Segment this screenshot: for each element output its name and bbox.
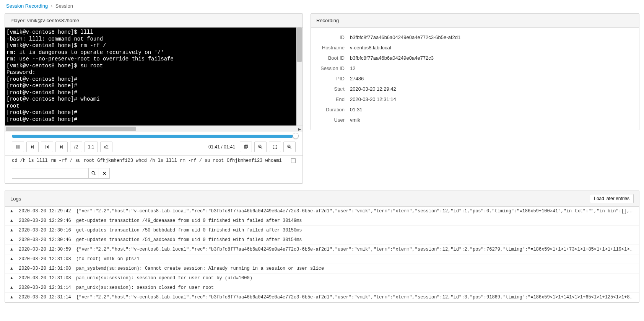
pause-button[interactable] [12, 142, 24, 152]
log-row[interactable]: ▲2020-03-20 12:29:46get-updates transact… [5, 216, 639, 226]
label-sessionid: Session ID [318, 65, 345, 71]
skip-to-end-button[interactable] [55, 142, 68, 152]
recording-title: Recording [311, 14, 639, 28]
playback-handle[interactable] [293, 133, 299, 139]
terminal-scrollbar-vertical[interactable] [296, 28, 302, 125]
terminal-line: rm: use --no-preserve-root to override t… [7, 56, 301, 63]
terminal-line: root [7, 103, 301, 110]
logs-list: ▲2020-03-20 12:29:42{"ver":"2.2","host":… [5, 207, 639, 302]
log-row[interactable]: ▲2020-03-20 12:30:16get-updates transact… [5, 226, 639, 235]
warning-icon: ▲ [10, 295, 16, 300]
label-end: End [318, 96, 345, 102]
timeline-end-marker [291, 158, 296, 163]
log-timestamp: 2020-03-20 12:31:08 [19, 275, 76, 281]
log-row[interactable]: ▲2020-03-20 12:30:59{"ver":"2.2","host":… [5, 245, 639, 254]
log-row[interactable]: ▲2020-03-20 12:31:14pam_unix(su:session)… [5, 283, 639, 293]
terminal-line: [vmik@v-centos8 home]$ rm -rf / [7, 42, 301, 49]
terminal-line: [root@v-centos8 home]# [7, 90, 301, 96]
log-message: pam_unix(su:session): session closed for… [76, 285, 634, 290]
player-controls: /2 1:1 x2 01:41 / 01:41 [5, 140, 302, 155]
half-speed-button[interactable]: /2 [70, 142, 82, 152]
terminal-line: [root@v-centos8 home]# [7, 116, 301, 123]
log-message: (to root) vmik on pts/1 [76, 256, 634, 262]
warning-icon: ▲ [10, 266, 16, 271]
warning-icon: ▲ [10, 276, 16, 280]
terminal-line: -bash: llll: command not found [7, 36, 301, 43]
playback-progress[interactable] [12, 135, 296, 138]
log-timestamp: 2020-03-20 12:31:08 [19, 256, 76, 262]
breadcrumb: Session Recording › Session [5, 3, 639, 9]
log-row[interactable]: ▲2020-03-20 12:30:46get-updates transact… [5, 235, 639, 245]
log-timestamp: 2020-03-20 12:30:59 [19, 247, 76, 252]
search-input[interactable] [12, 168, 88, 179]
skip-to-start-button[interactable] [41, 142, 53, 152]
logs-title: Logs [10, 196, 21, 202]
terminal-output: [vmik@v-centos8 home]$ llll-bash: llll: … [5, 28, 302, 125]
label-hostname: Hostname [318, 45, 345, 51]
log-row[interactable]: ▲2020-03-20 12:31:08pam_unix(su:session)… [5, 274, 639, 283]
log-timestamp: 2020-03-20 12:30:16 [19, 228, 76, 233]
terminal-line: [root@v-centos8 home]# [7, 83, 301, 90]
log-message: {"ver":"2.2","host":"v-centos8.lab.local… [76, 209, 634, 214]
log-timestamp: 2020-03-20 12:29:46 [19, 218, 76, 223]
one-to-one-button[interactable]: 1:1 [85, 142, 98, 152]
log-message: get-updates transaction /50_bdbbdabd fro… [76, 228, 634, 233]
label-start: Start [318, 86, 345, 92]
log-timestamp: 2020-03-20 12:31:14 [19, 295, 76, 300]
recording-details: IDb3fbfc8f77aa46b6a04249e0a4e772c3-6b5e-… [311, 28, 639, 130]
log-message: pam_unix(su:session): session opened for… [76, 275, 634, 281]
zoom-out-button[interactable] [254, 142, 267, 152]
value-start: 2020-03-20 12:29:42 [350, 86, 396, 92]
label-bootid: Boot ID [318, 55, 345, 61]
clear-search-button[interactable] [99, 168, 110, 179]
value-end: 2020-03-20 12:31:14 [350, 96, 396, 102]
chevron-right-icon: › [51, 3, 52, 9]
log-timestamp: 2020-03-20 12:31:14 [19, 285, 76, 290]
playback-time: 01:41 / 01:41 [208, 144, 235, 150]
warning-icon: ▲ [10, 209, 16, 213]
svg-line-8 [290, 148, 291, 149]
svg-rect-0 [16, 145, 17, 149]
label-pid: PID [318, 76, 345, 81]
log-timestamp: 2020-03-20 12:30:46 [19, 237, 76, 243]
warning-icon: ▲ [10, 247, 16, 252]
value-bootid: b3fbfc8f77aa46b6a04249e0a4e772c3 [350, 55, 434, 61]
logs-panel: Logs Load later entries ▲2020-03-20 12:2… [5, 191, 639, 303]
breadcrumb-parent-link[interactable]: Session Recording [6, 3, 48, 9]
terminal-line: Password: [7, 69, 301, 76]
copy-button[interactable] [240, 142, 252, 152]
double-speed-button[interactable]: x2 [100, 142, 112, 152]
log-row[interactable]: ▲2020-03-20 12:31:14{"ver":"2.2","host":… [5, 293, 639, 302]
terminal-scrollbar-horizontal[interactable]: ▶ [5, 125, 302, 132]
warning-icon: ▲ [10, 257, 16, 261]
log-message: get-updates transaction /49_ddeaaaae fro… [76, 218, 634, 223]
zoom-in-button[interactable] [283, 142, 296, 152]
label-duration: Duration [318, 107, 345, 112]
breadcrumb-current: Session [55, 3, 73, 9]
svg-line-5 [261, 148, 262, 149]
terminal-line: [root@v-centos8 home]# [7, 76, 301, 83]
log-row[interactable]: ▲2020-03-20 12:31:08(to root) vmik on pt… [5, 254, 639, 264]
log-row[interactable]: ▲2020-03-20 12:29:42{"ver":"2.2","host":… [5, 207, 639, 216]
expand-button[interactable] [269, 142, 281, 152]
value-duration: 01:31 [350, 107, 363, 112]
svg-point-11 [92, 171, 94, 174]
command-timeline[interactable]: cd /h ls llll rm -rf / su root Gfhjkmhen… [5, 155, 302, 166]
svg-line-12 [94, 174, 96, 175]
terminal-line: [vmik@v-centos8 home]$ su root [7, 63, 301, 70]
recording-panel: Recording IDb3fbfc8f77aa46b6a04249e0a4e7… [311, 13, 639, 130]
warning-icon: ▲ [10, 218, 16, 223]
value-id: b3fbfc8f77aa46b6a04249e0a4e772c3-6b5e-af… [350, 34, 460, 40]
search-button[interactable] [88, 168, 99, 179]
log-message: {"ver":"2.2","host":"v-centos8.lab.local… [76, 247, 634, 252]
terminal-line: [root@v-centos8 home]# whoami [7, 96, 301, 103]
log-message: pam_systemd(su:session): Cannot create s… [76, 266, 634, 271]
label-id: ID [318, 34, 345, 40]
load-later-button[interactable]: Load later entries [590, 194, 634, 203]
warning-icon: ▲ [10, 285, 16, 290]
log-row[interactable]: ▲2020-03-20 12:31:08pam_systemd(su:sessi… [5, 264, 639, 274]
value-user: vmik [350, 117, 360, 123]
skip-forward-button[interactable] [26, 142, 39, 152]
svg-rect-1 [19, 145, 20, 149]
scroll-right-icon[interactable]: ▶ [296, 126, 302, 132]
